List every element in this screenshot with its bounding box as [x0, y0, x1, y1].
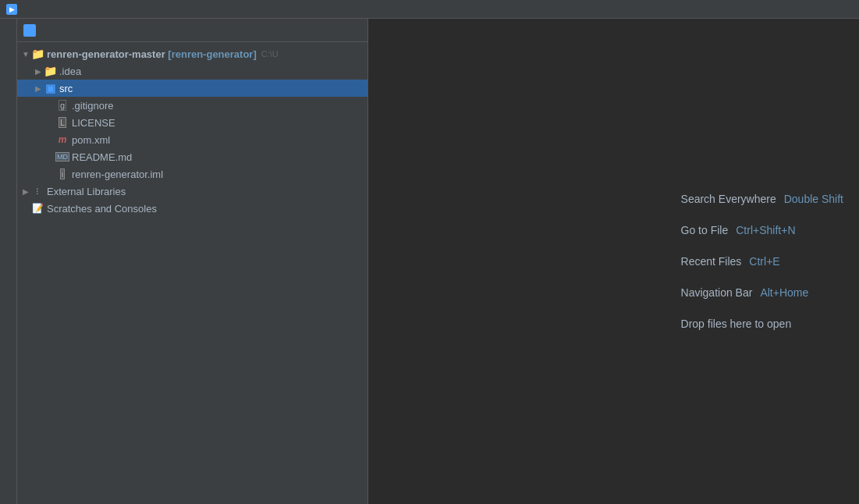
tree-label-license: LICENSE [72, 117, 115, 129]
tree-item-src[interactable]: ▶▣src [17, 80, 367, 97]
tree-icon-pom: m [56, 133, 69, 146]
shortcut-key-0: Double Shift [784, 193, 843, 205]
project-panel: ▼📁renren-generator-master [renren-genera… [17, 19, 368, 504]
tree-arrow-iml[interactable] [45, 169, 56, 179]
shortcut-label-3: Navigation Bar [681, 286, 753, 299]
panel-header [17, 19, 367, 42]
tree-label-pom: pom.xml [72, 134, 110, 146]
tree-view[interactable]: ▼📁renren-generator-master [renren-genera… [17, 42, 367, 504]
tree-label-readme: README.md [72, 151, 132, 163]
tree-icon-external-libs: ⫶ [31, 185, 44, 197]
editor-area: Search EverywhereDouble ShiftGo to FileC… [368, 19, 859, 504]
shortcut-row-2: Recent FilesCtrl+E [681, 255, 843, 268]
shortcut-key-2: Ctrl+E [749, 255, 779, 268]
tree-label-idea: .idea [59, 66, 81, 77]
settings-button[interactable] [330, 23, 344, 37]
tree-label-scratches: Scratches and Consoles [47, 203, 157, 215]
collapse-button[interactable] [313, 23, 327, 37]
tree-arrow-gitignore[interactable] [45, 100, 56, 111]
shortcuts-container: Search EverywhereDouble ShiftGo to FileC… [681, 193, 843, 330]
tree-label-external-libs: External Libraries [47, 186, 126, 197]
tree-icon-readme: MD [56, 151, 69, 163]
tree-icon-idea: 📁 [44, 65, 56, 77]
shortcut-row-4: Drop files here to open [681, 318, 843, 330]
tree-label-src: src [59, 83, 73, 94]
tree-item-gitignore[interactable]: g.gitignore [17, 97, 367, 114]
panel-header-actions [296, 23, 361, 37]
tree-icon-scratches: 📝 [31, 202, 44, 215]
tree-arrow-idea[interactable]: ▶ [33, 66, 44, 76]
tree-arrow-readme[interactable] [45, 151, 56, 162]
tree-item-external-libs[interactable]: ▶⫶External Libraries [17, 183, 367, 200]
tree-icon-license: L [56, 116, 69, 129]
tree-arrow-license[interactable] [45, 117, 56, 128]
tree-item-iml[interactable]: irenren-generator.iml [17, 165, 367, 183]
tree-arrow-src[interactable]: ▶ [33, 83, 44, 94]
main-content: ▼📁renren-generator-master [renren-genera… [0, 19, 859, 504]
shortcut-row-1: Go to FileCtrl+Shift+N [681, 224, 843, 236]
shortcut-row-0: Search EverywhereDouble Shift [681, 193, 843, 205]
shortcut-label-0: Search Everywhere [681, 193, 776, 205]
shortcut-key-3: Alt+Home [760, 286, 808, 299]
shortcut-label-1: Go to File [681, 224, 729, 236]
tree-item-idea[interactable]: ▶📁.idea [17, 62, 367, 80]
tree-item-root[interactable]: ▼📁renren-generator-master [renren-genera… [17, 45, 367, 62]
tree-item-scratches[interactable]: 📝Scratches and Consoles [17, 200, 367, 217]
shortcut-row-3: Navigation BarAlt+Home [681, 286, 843, 299]
title-bar: ▶ [0, 0, 859, 19]
app-icon: ▶ [6, 4, 17, 15]
panel-title-icon [23, 24, 36, 37]
shortcut-label-4: Drop files here to open [681, 318, 792, 330]
tree-icon-iml: i [56, 168, 69, 180]
tree-icon-src: ▣ [44, 82, 56, 94]
tree-item-readme[interactable]: MDREADME.md [17, 148, 367, 165]
side-tab-project[interactable] [0, 19, 17, 504]
tree-arrow-external-libs[interactable]: ▶ [20, 186, 31, 197]
tree-label-iml: renren-generator.iml [72, 169, 163, 180]
locate-button[interactable] [296, 23, 310, 37]
tree-label-root: renren-generator-master [renren-generato… [47, 48, 257, 60]
tree-path-root: C:\U [261, 49, 279, 59]
tree-icon-root: 📁 [31, 48, 44, 60]
tree-arrow-scratches[interactable] [20, 203, 31, 214]
tree-arrow-root[interactable]: ▼ [20, 48, 31, 59]
close-button[interactable] [347, 23, 361, 37]
tree-item-pom[interactable]: mpom.xml [17, 131, 367, 148]
shortcut-label-2: Recent Files [681, 255, 742, 268]
tree-icon-gitignore: g [56, 99, 69, 112]
tree-label-gitignore: .gitignore [72, 100, 113, 112]
tree-item-license[interactable]: LLICENSE [17, 114, 367, 131]
tree-arrow-pom[interactable] [45, 134, 56, 145]
shortcut-key-1: Ctrl+Shift+N [736, 224, 795, 236]
